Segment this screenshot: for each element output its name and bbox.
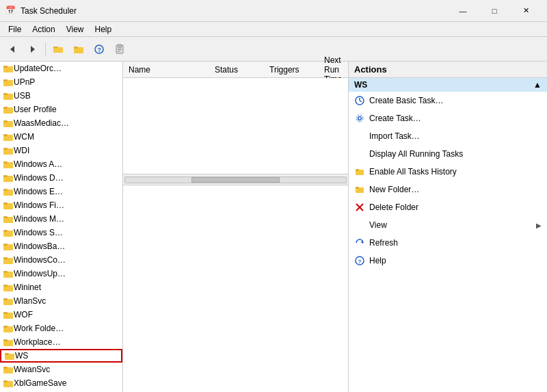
sidebar-item-windowse[interactable]: Windows E… — [0, 185, 122, 198]
delete-folder-icon — [354, 202, 365, 213]
actions-panel: Actions WS ▲ Create Basic Task… — [349, 62, 547, 392]
sidebar-item-windowsd[interactable]: Windows D… — [0, 171, 122, 185]
action-delete-folder[interactable]: Delete Folder — [349, 198, 547, 216]
svg-rect-19 — [3, 93, 8, 95]
svg-rect-15 — [3, 66, 8, 68]
minimize-button[interactable]: — — [447, 0, 479, 22]
sidebar-item-upnp[interactable]: UPnP — [0, 75, 122, 89]
folder-icon — [3, 254, 14, 265]
folder-button-2[interactable] — [69, 40, 88, 58]
close-button[interactable]: ✕ — [510, 0, 542, 22]
action-label: Refresh — [369, 238, 398, 248]
action-help[interactable]: ? Help — [349, 252, 547, 270]
sidebar-label: Windows E… — [14, 187, 63, 196]
action-label: Import Task… — [369, 131, 420, 141]
sidebar-item-userprofile[interactable]: User Profile — [0, 103, 122, 116]
menu-file[interactable]: File — [3, 23, 27, 36]
folder-icon — [3, 131, 14, 142]
action-create-basic-task[interactable]: Create Basic Task… — [349, 92, 547, 109]
sidebar-item-windowsf[interactable]: Windows Fi… — [0, 198, 122, 212]
folder-icon — [3, 296, 14, 306]
help-action-icon: ? — [354, 255, 365, 266]
sidebar-item-ws[interactable]: WS — [0, 349, 122, 363]
sidebar-item-wdi[interactable]: WDI — [0, 144, 122, 157]
sidebar-item-windowsup[interactable]: WindowsUp… — [0, 267, 122, 280]
sidebar-label: WwanSvc — [14, 365, 50, 374]
sidebar-item-usb[interactable]: USB — [0, 89, 122, 103]
sidebar-item-waasmedic[interactable]: WaasMediac… — [0, 116, 122, 130]
folder-button-1[interactable] — [49, 40, 68, 58]
folder-icon — [3, 268, 14, 279]
actions-section-ws[interactable]: WS ▲ — [349, 78, 547, 92]
sidebar-item-wlansvc[interactable]: WlanSvc — [0, 294, 122, 308]
folder-icon — [3, 77, 14, 88]
action-display-running-tasks[interactable]: Display All Running Tasks — [349, 145, 547, 163]
sidebar-item-windowsco[interactable]: WindowsCo… — [0, 253, 122, 267]
sidebar-label: WindowsCo… — [14, 255, 66, 265]
view-icon — [354, 220, 365, 231]
table-header: Name Status Triggers Next Run Time — [123, 62, 348, 78]
sidebar-item-windowss[interactable]: Windows S… — [0, 226, 122, 239]
action-label: Create Basic Task… — [369, 96, 444, 105]
forward-button[interactable] — [23, 40, 42, 58]
svg-rect-59 — [3, 367, 8, 369]
action-create-task[interactable]: Create Task… — [349, 109, 547, 127]
sidebar-item-windowsba[interactable]: WindowsBa… — [0, 239, 122, 253]
action-import-task[interactable]: Import Task… — [349, 127, 547, 145]
sidebar-item-updateorch[interactable]: UpdateOrc… — [0, 62, 122, 75]
window-controls: — □ ✕ — [447, 0, 542, 22]
forward-icon — [28, 44, 38, 54]
sidebar[interactable]: UpdateOrc… UPnP USB User Profile — [0, 62, 123, 392]
toolbar-separator-1 — [45, 42, 46, 56]
svg-rect-45 — [3, 271, 8, 273]
sidebar-item-xblgamesave[interactable]: XblGameSave — [0, 376, 122, 390]
action-view[interactable]: View ▶ — [349, 216, 547, 234]
clipboard-icon — [114, 44, 125, 55]
sidebar-item-workplace[interactable]: Workplace… — [0, 335, 122, 349]
h-scroll-track[interactable] — [124, 177, 347, 183]
back-button[interactable] — [3, 40, 22, 58]
sidebar-item-windowsm[interactable]: Windows M… — [0, 212, 122, 226]
svg-line-64 — [360, 101, 362, 102]
sidebar-label: WindowsUp… — [14, 269, 66, 278]
view-arrow-icon: ▶ — [536, 222, 542, 229]
folder-icon — [3, 309, 14, 320]
sidebar-label: Wininet — [14, 283, 41, 292]
h-scrollbar[interactable] — [123, 174, 348, 185]
menu-view[interactable]: View — [61, 23, 90, 36]
svg-rect-49 — [3, 298, 8, 300]
menu-action[interactable]: Action — [27, 23, 60, 36]
h-scroll-thumb[interactable] — [191, 177, 280, 183]
sidebar-item-workfolde[interactable]: Work Folde… — [0, 322, 122, 335]
svg-rect-4 — [53, 47, 57, 48]
folder-icon — [3, 227, 14, 238]
sidebar-item-wininet[interactable]: Wininet — [0, 280, 122, 294]
svg-rect-3 — [53, 47, 63, 53]
svg-rect-57 — [5, 353, 9, 355]
title-bar: 📅 Task Scheduler — □ ✕ — [0, 0, 547, 22]
sidebar-item-wof[interactable]: WOF — [0, 308, 122, 322]
folder-icon — [3, 104, 14, 115]
toolbar: ? — [0, 37, 547, 62]
action-enable-history[interactable]: Enable All Tasks History — [349, 163, 547, 181]
menu-help[interactable]: Help — [90, 23, 118, 36]
folder-icon — [4, 350, 15, 361]
col-header-name: Name — [123, 65, 212, 75]
sidebar-label: Windows S… — [14, 228, 63, 237]
help-toolbar-button[interactable]: ? — [90, 40, 109, 58]
svg-rect-51 — [3, 312, 8, 314]
folder-icon — [73, 44, 84, 55]
x-icon — [355, 202, 364, 212]
action-label: Delete Folder — [369, 202, 418, 212]
maximize-button[interactable]: □ — [479, 0, 510, 22]
action-new-folder[interactable]: New Folder… — [349, 181, 547, 198]
sidebar-item-wwansvc[interactable]: WwanSvc — [0, 363, 122, 376]
folder-icon — [3, 378, 14, 389]
refresh-icon — [354, 237, 365, 248]
sidebar-item-wcm[interactable]: WCM — [0, 130, 122, 144]
display-running-icon — [354, 148, 365, 159]
sidebar-label: Workplace… — [14, 337, 60, 347]
sidebar-item-windowsa[interactable]: Windows A… — [0, 157, 122, 171]
extra-toolbar-button[interactable] — [110, 40, 129, 58]
action-refresh[interactable]: Refresh — [349, 234, 547, 252]
